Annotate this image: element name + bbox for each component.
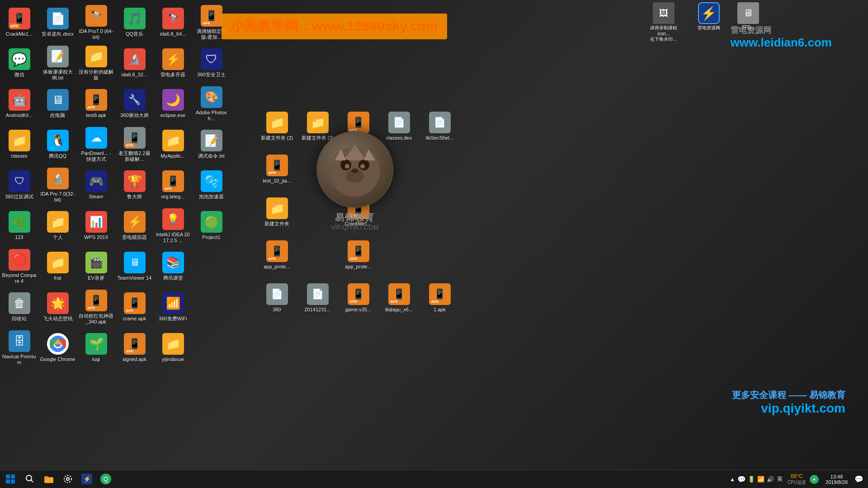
icon-wallpaper[interactable]: 🌟 飞火动态壁纸: [38, 287, 77, 328]
app-button-2[interactable]: Q: [96, 470, 115, 488]
icon-orgtele[interactable]: 📱 APK org.teleg...: [154, 165, 192, 206]
icon-docx[interactable]: 📄 安卓逆向.docx: [38, 2, 77, 43]
icon-hongbao[interactable]: 📱 APK 自动抢红包神器_340.apk: [77, 287, 115, 328]
thunder-icon-label: 雷电资源网: [698, 25, 720, 31]
svg-point-11: [360, 164, 365, 169]
icon-appprote2[interactable]: 📱 APK app_prote...: [339, 235, 377, 276]
icon-360file[interactable]: 📄 360: [258, 278, 296, 319]
icon-personal[interactable]: 📁 个人: [38, 206, 77, 246]
icon-libsecshel[interactable]: 📄 libSecShel...: [420, 106, 459, 147]
icon-newFolder[interactable]: 📁 新建文件夹: [258, 192, 296, 233]
tray-wifi[interactable]: 📶: [757, 475, 765, 483]
icon-signed[interactable]: 📱 APK signed.apk: [115, 328, 154, 368]
icon-360driver[interactable]: 🔧 360驱动大师: [115, 84, 154, 124]
icon-paopao[interactable]: 🫧 泡泡加速器: [192, 165, 231, 206]
icon-leidian[interactable]: ⚡ 雷电模拟器: [115, 206, 154, 246]
icon-gamev35[interactable]: 📱 APK game.v35...: [339, 278, 377, 319]
icon-navicat[interactable]: 🗄 Navicat Premium: [0, 328, 38, 368]
icon-wps[interactable]: 📊 WPS 2019: [77, 206, 115, 246]
icon-1apk[interactable]: 📱 APK 1.apk: [420, 278, 459, 319]
icon-leidian-multi[interactable]: ⚡ 雷电多开器: [154, 43, 192, 84]
icon-cmdtxt[interactable]: 📝 调式命令.txt: [192, 124, 231, 165]
icon-photoshop[interactable]: 🎨 Adobe Photosh...: [192, 84, 231, 124]
file-explorer-button[interactable]: [39, 470, 58, 488]
icon-master[interactable]: 🏆 鲁大师: [115, 165, 154, 206]
svg-point-22: [64, 475, 71, 483]
notification-banner: 小高教学网：www.12580sky.com: [222, 14, 447, 39]
icon-test10jia[interactable]: 📱 APK test_10_jia...: [258, 149, 296, 190]
tray-arrow[interactable]: ▲: [728, 475, 736, 483]
icon-syllabus[interactable]: 📝 体验课课程大纲.txt: [38, 43, 77, 84]
thunder-taskbar-icon: ⚡: [81, 474, 92, 484]
app-2-icon: Q: [100, 474, 111, 484]
icon-frat[interactable]: 📁 frat: [38, 246, 77, 287]
clock-time: 13:48: [830, 474, 843, 479]
icon-ida32[interactable]: 🔬 IDA Pro 7.0(32-bit): [38, 165, 77, 206]
icon-luqi[interactable]: 🌱 luqi: [77, 328, 115, 368]
logo-url: VIP.QIYIKT.COM: [331, 224, 379, 231]
tray-sound[interactable]: 🔊: [766, 475, 774, 483]
icon-libjiagu[interactable]: 📱 APK libjiagu_x6...: [380, 278, 418, 319]
tray-chat[interactable]: 💬: [738, 475, 746, 483]
icon-noanalysis[interactable]: 📁 没有分析的破解版: [77, 43, 115, 84]
icon-ev[interactable]: 🎬 EV录屏: [77, 246, 115, 287]
icon-qq[interactable]: 🐧 腾讯QQ: [38, 124, 77, 165]
taskbar-clock[interactable]: 13:48 2019/8/28: [821, 474, 852, 485]
svg-line-18: [31, 480, 33, 482]
icon-beyond-compare[interactable]: 🔴 Beyond Compare 4: [0, 246, 38, 287]
icon-teamviewer[interactable]: 🖥 TeamViewer 14: [115, 246, 154, 287]
settings-button[interactable]: [58, 470, 77, 488]
top-right-icon-thunder[interactable]: ⚡ 雷电资源网: [692, 2, 726, 31]
system-tray: ▲ 💬 🔋 📶 🔊 英 66°C CPU温度 ●: [726, 473, 821, 486]
notification-button[interactable]: 💬: [852, 475, 866, 483]
icon-recycle[interactable]: 🗑 回收站: [0, 287, 38, 328]
watermark-bottom-url: vip.qiyikt.com: [732, 401, 845, 416]
file-icon-img: 🖥: [737, 2, 759, 24]
file-icon-label: 7FD...: [742, 25, 754, 30]
icon-crackme1[interactable]: 📱 APK CrackMe1...: [0, 2, 38, 43]
icon-test8apk[interactable]: 📱 APK test8.apk: [77, 84, 115, 124]
icon-laowang[interactable]: 📱 APK 老王翻墙2.2最新破解...: [115, 124, 154, 165]
icon-empty3: [298, 235, 337, 276]
icon-steam[interactable]: 🎮 Steam: [77, 165, 115, 206]
tray-lang[interactable]: 英: [776, 475, 784, 483]
icon-this-pc[interactable]: 🖥 此电脑: [38, 84, 77, 124]
svg-point-21: [66, 478, 69, 480]
icon-pandownload[interactable]: ☁ PanDownl... - 快捷方式: [77, 124, 115, 165]
icon-360wifi[interactable]: 📶 360免费WiFi: [154, 287, 192, 328]
icon-intellij[interactable]: 💡 IntelliJ IDEA 2017.2.5 ...: [154, 206, 192, 246]
icon-ida68-32[interactable]: 🔬 ida6.8_32...: [115, 43, 154, 84]
icon-myapplic[interactable]: 📁 MyApplic...: [154, 124, 192, 165]
icon-androidkiller[interactable]: 🤖 AndroidKil...: [0, 84, 38, 124]
thunder-taskbar-button[interactable]: ⚡: [77, 470, 96, 488]
tray-battery[interactable]: 🔋: [747, 475, 755, 483]
icon-classes[interactable]: 📁 classes: [0, 124, 38, 165]
top-right-icon-1[interactable]: 🖼 讲师录制课程 icon... 右下角水印...: [644, 2, 683, 42]
top-right-area: 🖼 讲师录制课程 icon... 右下角水印... ⚡ 雷电资源网 🖥 7FD.…: [642, 0, 868, 45]
icon-qqmusic[interactable]: 🎵 QQ音乐: [115, 2, 154, 43]
icon-123[interactable]: 🌿 123: [0, 206, 38, 246]
search-button[interactable]: [20, 470, 39, 488]
icon-project1[interactable]: 🟢 Project1: [192, 206, 231, 246]
icon-360fandiaooshi[interactable]: 🛡 360过反调试: [0, 165, 38, 206]
icon-crameapk[interactable]: 📱 APK crame.apk: [115, 287, 154, 328]
icon-appprote1[interactable]: 📱 APK app_prote...: [258, 235, 296, 276]
taskbar-right: ▲ 💬 🔋 📶 🔊 英 66°C CPU温度 ● 13:48 2019/8/28…: [724, 470, 868, 488]
top-right-icon-file[interactable]: 🖥 7FD...: [735, 2, 762, 30]
icon-eclipse[interactable]: 🌙 eclipse.exe: [154, 84, 192, 124]
icon-tencentclass[interactable]: 📚 腾讯课堂: [154, 246, 192, 287]
icon-label: 讲师录制课程 icon...: [644, 25, 683, 36]
start-button[interactable]: [0, 470, 20, 488]
icon-folder2[interactable]: 📁 新建文件夹 (2): [258, 106, 296, 147]
icon-img: 🖼: [653, 2, 675, 24]
icon-chrome[interactable]: Google Chrome: [38, 328, 77, 368]
watermark-bottom-text: 更多安全课程 —— 易锦教育: [732, 389, 845, 401]
icon-ida64[interactable]: 🔭 IDA Pro7.0 (64-bit): [77, 2, 115, 43]
icon-360security[interactable]: 🛡 360安全卫士: [192, 43, 231, 84]
svg-rect-14: [11, 474, 15, 479]
icon-20141231[interactable]: 📄 20141231...: [298, 278, 337, 319]
green-indicator[interactable]: ●: [810, 475, 819, 484]
icon-yijindaxue[interactable]: 📁 yijindaxue: [154, 328, 192, 368]
icon-wechat[interactable]: 💬 微信: [0, 43, 38, 84]
icon-ida68-64[interactable]: 🔭 ida6.8_64...: [154, 2, 192, 43]
